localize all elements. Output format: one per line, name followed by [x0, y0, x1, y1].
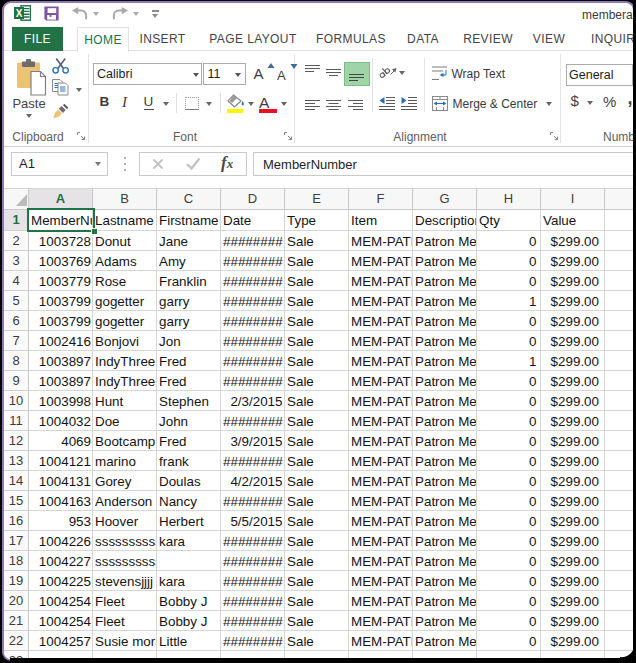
svg-text:X: X	[16, 8, 23, 19]
